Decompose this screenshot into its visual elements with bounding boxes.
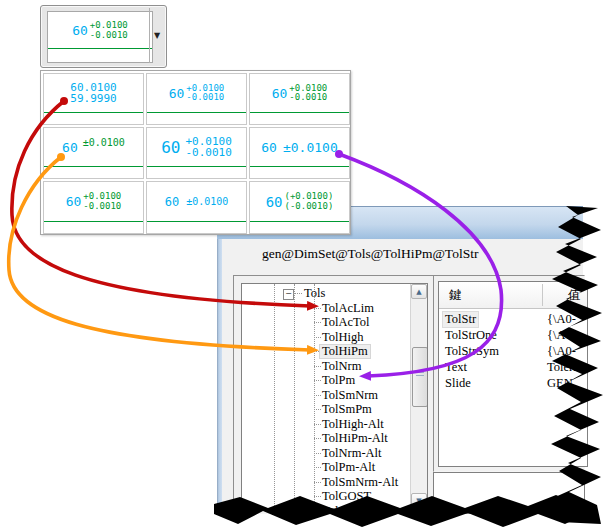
key-column-header[interactable]: 鍵 xyxy=(449,287,462,304)
window-left-border xyxy=(217,239,222,512)
tree-item-label: TolSmNrm-Alt xyxy=(322,476,398,489)
tree-panel: −TolsTolAcLimTolAcTolTolHighTolHiPmTolNr… xyxy=(233,275,439,514)
tree-item-label: TolGOST-Alt xyxy=(322,505,390,510)
tree-item-TolGOST[interactable]: TolGOST xyxy=(242,489,410,504)
scroll-down-icon[interactable]: ▼ xyxy=(411,493,427,508)
tree-item-TolNrm[interactable]: TolNrm xyxy=(242,359,410,374)
tree-connector xyxy=(314,467,321,468)
tree-item-TolHiPm-Alt[interactable]: TolHiPm-Alt xyxy=(242,431,410,446)
tree-connector xyxy=(314,308,321,309)
tree-item-TolSmPm[interactable]: TolSmPm xyxy=(242,402,410,417)
tree-item-label: TolPm xyxy=(322,374,355,387)
dimension-line xyxy=(250,166,349,167)
dimension-line xyxy=(147,221,246,222)
tree-item-TolHigh-Alt[interactable]: TolHigh-Alt xyxy=(242,417,410,432)
kv-key: TolStr xyxy=(442,311,479,328)
dialog-title: gen@DimSet@Tols@TolHiPm@TolStr xyxy=(262,246,478,262)
preview-panel xyxy=(433,472,585,514)
dropdown-arrow-icon[interactable]: ▼ xyxy=(149,8,164,63)
tree-connector xyxy=(314,409,321,410)
dimension-line xyxy=(250,221,349,222)
tree-item-TolGOST-Alt[interactable]: TolGOST-Alt xyxy=(242,504,410,510)
tree-item-label: TolNrm xyxy=(322,360,361,373)
scroll-thumb-grip xyxy=(416,372,424,378)
grid-cell-r2c3[interactable]: 60±0.0100 xyxy=(249,127,350,179)
tree-item-label: TolGOST xyxy=(322,490,371,503)
grid-cell-r3c3[interactable]: 60(+0.0100)(-0.0010) xyxy=(249,181,350,234)
dimension-line xyxy=(147,166,246,167)
tree-view[interactable]: −TolsTolAcLimTolAcTolTolHighTolHiPmTolNr… xyxy=(241,283,428,509)
tree-item-label: TolAcTol xyxy=(322,316,370,329)
grid-cell-r1c3[interactable]: 60+0.0100-0.0010 xyxy=(249,73,350,125)
collapse-icon[interactable]: − xyxy=(283,289,294,300)
key-value-list[interactable]: 鍵 值 TolStr{\A0-TolStrOne{\A0,TolStrSym{\… xyxy=(438,281,588,467)
tolerance-combobox[interactable]: 60+0.0100-0.0010 ▼ xyxy=(40,5,167,68)
tree-item-label: TolHiPm xyxy=(319,344,371,359)
kv-value: GEN xyxy=(547,376,573,391)
tree-connector xyxy=(314,366,321,367)
tree-item-label: TolNrm-Alt xyxy=(322,447,382,460)
tree-item-label: TolHiPm-Alt xyxy=(322,432,388,445)
kv-value: Tolera xyxy=(547,360,579,375)
tree-item-label: TolAcLim xyxy=(322,302,374,315)
tree-item-label: Tols xyxy=(304,287,325,300)
value-column-header[interactable]: 值 xyxy=(568,287,581,304)
dimension-line xyxy=(44,112,143,113)
key-value-panel: 鍵 值 TolStr{\A0-TolStrOne{\A0,TolStrSym{\… xyxy=(433,275,585,472)
tree-item-label: TolSmNrm xyxy=(322,389,378,402)
dimension-line xyxy=(250,112,349,113)
tree-item-label: TolPm-Alt xyxy=(322,461,375,474)
kv-value: {\A0, xyxy=(547,328,575,343)
tree-connector xyxy=(314,337,321,338)
dimension-line xyxy=(44,166,143,167)
kv-key: Slide xyxy=(445,376,471,391)
scrollbar-thumb[interactable] xyxy=(412,347,428,407)
column-divider[interactable] xyxy=(542,284,543,306)
combobox-preview[interactable]: 60+0.0100-0.0010 xyxy=(47,11,153,63)
tree-connector xyxy=(314,322,321,323)
grid-cell-r1c2[interactable]: 60+0.0100-0.0010 xyxy=(146,73,247,125)
tree-connector xyxy=(293,293,302,294)
tree-item-TolPm-Alt[interactable]: TolPm-Alt xyxy=(242,460,410,475)
kv-value: {\A0- xyxy=(547,312,576,327)
tree-item-TolPm[interactable]: TolPm xyxy=(242,373,410,388)
tree-item-TolAcLim[interactable]: TolAcLim xyxy=(242,301,410,316)
settings-window: gen@DimSet@Tols@TolHiPm@TolStr −TolsTolA… xyxy=(217,206,583,512)
tree-connector xyxy=(314,380,321,381)
tree-connector xyxy=(314,395,321,396)
tree-connector xyxy=(314,496,321,497)
tree-connector xyxy=(314,424,321,425)
dimension-line xyxy=(147,112,246,113)
grid-cell-r3c1[interactable]: 60+0.0100-0.0010 xyxy=(43,181,144,234)
scroll-up-icon[interactable]: ▲ xyxy=(411,284,427,299)
tree-item-TolSmNrm[interactable]: TolSmNrm xyxy=(242,388,410,403)
grid-cell-r2c1[interactable]: 60±0.0100 xyxy=(43,127,144,179)
tolerance-grid: 60.010059.9990 60+0.0100-0.0010 60+0.010… xyxy=(40,70,351,235)
tree-item-TolNrm-Alt[interactable]: TolNrm-Alt xyxy=(242,446,410,461)
tree-item-TolHiPm[interactable]: TolHiPm xyxy=(242,344,410,359)
tree-connector xyxy=(314,438,321,439)
kv-row-TolStrSym[interactable]: TolStrSym{\A0- xyxy=(439,343,587,359)
tree-item-TolSmNrm-Alt[interactable]: TolSmNrm-Alt xyxy=(242,475,410,490)
tree-scrollbar[interactable]: ▲ ▼ xyxy=(410,284,427,508)
tree-item-TolAcTol[interactable]: TolAcTol xyxy=(242,315,410,330)
kv-key: TolStrSym xyxy=(445,344,499,359)
tree-item-label: TolHigh xyxy=(322,331,364,344)
tree-item-label: TolSmPm xyxy=(322,403,372,416)
kv-row-Slide[interactable]: SlideGEN xyxy=(439,375,587,391)
grid-cell-r3c2[interactable]: 60±0.0100 xyxy=(146,181,247,234)
dimension-line xyxy=(44,221,143,222)
kv-row-Text[interactable]: TextTolera xyxy=(439,359,587,375)
tree-item-Tols[interactable]: −Tols xyxy=(242,286,410,301)
kv-row-TolStr[interactable]: TolStr{\A0- xyxy=(439,311,587,327)
kv-row-TolStrOne[interactable]: TolStrOne{\A0, xyxy=(439,327,587,343)
tree-connector xyxy=(314,482,321,483)
dimension-line xyxy=(48,48,152,49)
grid-cell-r1c1[interactable]: 60.010059.9990 xyxy=(43,73,144,125)
tree-connector xyxy=(314,453,321,454)
grid-cell-r2c2[interactable]: 60+0.0100-0.0010 xyxy=(146,127,247,179)
tree-item-TolHigh[interactable]: TolHigh xyxy=(242,330,410,345)
kv-value: {\A0- xyxy=(547,344,576,359)
kv-key: Text xyxy=(445,360,467,375)
kv-key: TolStrOne xyxy=(445,328,497,343)
